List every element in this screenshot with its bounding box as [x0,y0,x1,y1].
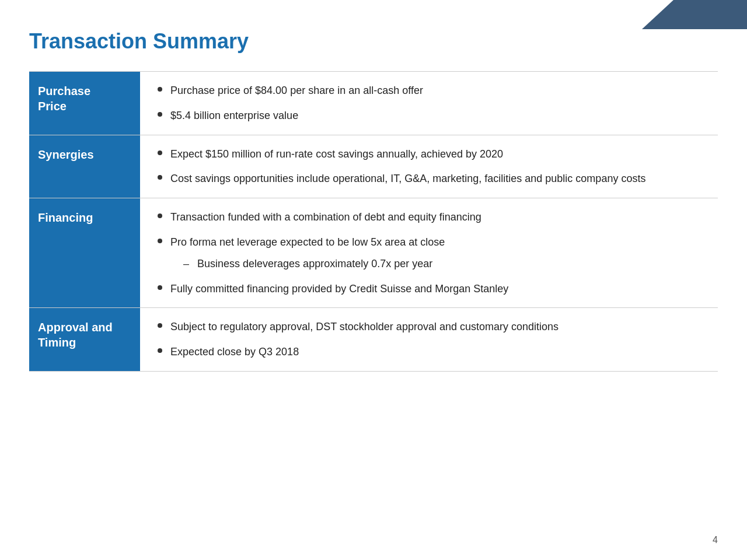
bullet-dot [158,87,162,92]
section-row-approval-timing: Approval andTimingSubject to regulatory … [29,308,718,372]
list-item: Purchase price of $84.00 per share in an… [158,82,700,99]
bullet-text: Subject to regulatory approval, DST stoc… [170,318,700,335]
list-item: Subject to regulatory approval, DST stoc… [158,318,700,335]
bullet-text: Expected close by Q3 2018 [170,344,700,360]
list-item: Expect $150 million of run-rate cost sav… [158,146,700,163]
bullet-dot [158,323,162,328]
bullet-list-purchase-price: Purchase price of $84.00 per share in an… [158,82,700,124]
summary-table: PurchasePricePurchase price of $84.00 pe… [29,71,718,372]
bullet-dot [158,112,162,117]
label-synergies: Synergies [29,135,140,198]
list-item: Fully committed financing provided by Cr… [158,281,700,298]
page-title: Transaction Summary [29,29,718,54]
bullet-text: Transaction funded with a combination of… [170,209,700,226]
bullet-dot [158,214,162,218]
label-financing: Financing [29,198,140,308]
label-purchase-price: PurchasePrice [29,72,140,135]
bullet-text: Fully committed financing provided by Cr… [170,281,700,298]
bullet-text: Expect $150 million of run-rate cost sav… [170,146,700,163]
bullet-text: Cost savings opportunities include opera… [170,170,700,187]
corner-decoration [642,0,747,29]
section-row-financing: FinancingTransaction funded with a combi… [29,198,718,308]
content-synergies: Expect $150 million of run-rate cost sav… [140,135,718,198]
sub-item-text: Business deleverages approximately 0.7x … [197,256,432,272]
content-purchase-price: Purchase price of $84.00 per share in an… [140,72,718,135]
bullet-list-financing: Transaction funded with a combination of… [158,209,700,297]
bullet-dot [158,348,162,353]
bullet-text: Pro forma net leverage expected to be lo… [170,234,700,272]
list-item: Cost savings opportunities include opera… [158,170,700,187]
bullet-dot [158,175,162,180]
content-approval-timing: Subject to regulatory approval, DST stoc… [140,308,718,372]
list-item: Expected close by Q3 2018 [158,344,700,360]
bullet-dot [158,239,162,243]
list-item: $5.4 billion enterprise value [158,107,700,124]
section-row-purchase-price: PurchasePricePurchase price of $84.00 pe… [29,72,718,135]
page-container: Transaction Summary PurchasePricePurchas… [0,0,747,560]
page-number: 4 [713,535,718,545]
list-item: Pro forma net leverage expected to be lo… [158,234,700,272]
bullet-list-synergies: Expect $150 million of run-rate cost sav… [158,146,700,188]
bullet-list-approval-timing: Subject to regulatory approval, DST stoc… [158,318,700,360]
bullet-text: $5.4 billion enterprise value [170,107,700,124]
section-row-synergies: SynergiesExpect $150 million of run-rate… [29,135,718,198]
list-item: Transaction funded with a combination of… [158,209,700,226]
bullet-dot [158,150,162,155]
sub-item: –Business deleverages approximately 0.7x… [183,256,700,272]
label-approval-timing: Approval andTiming [29,308,140,372]
sub-dash: – [183,256,189,272]
bullet-text: Purchase price of $84.00 per share in an… [170,82,700,99]
corner-dark-block [642,0,747,29]
bullet-dot [158,285,162,290]
content-financing: Transaction funded with a combination of… [140,198,718,308]
